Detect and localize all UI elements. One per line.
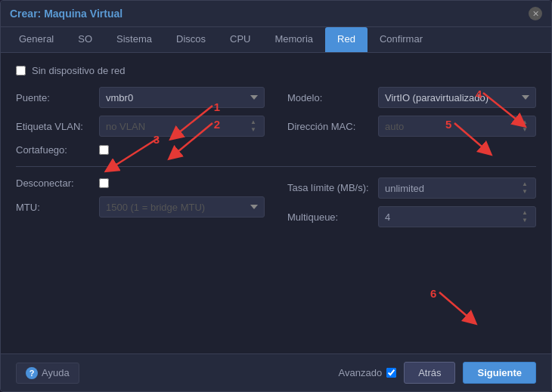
dialog-title: Crear: Maquina Virtual xyxy=(10,8,122,20)
tab-discos[interactable]: Discos xyxy=(164,27,218,52)
no-device-checkbox[interactable] xyxy=(16,66,26,76)
vlan-down-arrow[interactable]: ▼ xyxy=(249,126,258,134)
firewall-checkbox[interactable] xyxy=(99,145,109,155)
tab-so[interactable]: SO xyxy=(66,27,104,52)
form-grid: Puente: vmbr0 vmbr1 vmbr2 Etiqueta VLAN:… xyxy=(16,87,536,156)
tab-red[interactable]: Red xyxy=(325,27,367,52)
mtu-label: MTU: xyxy=(16,202,99,213)
model-row: Modelo: VirtIO (paravirtualizado) Intel … xyxy=(287,87,536,108)
disconnect-row: Desconectar: xyxy=(16,177,265,189)
footer-left: ? Ayuda xyxy=(16,363,79,384)
rate-input[interactable]: unlimited ▲ ▼ xyxy=(378,177,536,199)
rate-label: Tasa límite (MB/s): xyxy=(287,182,378,195)
firewall-label: Cortafuego: xyxy=(16,144,99,156)
vlan-up-arrow[interactable]: ▲ xyxy=(249,119,258,126)
form-grid-2: Desconectar: MTU: 1500 (1 = bridge MTU) xyxy=(16,177,536,227)
tab-general[interactable]: General xyxy=(7,27,66,52)
model-select[interactable]: VirtIO (paravirtualizado) Intel E1000 Re… xyxy=(378,87,536,108)
back-button[interactable]: Atrás xyxy=(404,362,455,384)
mac-value: auto xyxy=(385,121,404,132)
help-label: Ayuda xyxy=(42,367,70,378)
tabs-bar: General SO Sistema Discos CPU Memoria Re… xyxy=(1,27,551,53)
rate-down-arrow[interactable]: ▼ xyxy=(520,188,529,196)
multiqueue-down-arrow[interactable]: ▼ xyxy=(520,217,529,224)
advanced-label: Avanzado xyxy=(339,367,383,378)
rate-value: unlimited xyxy=(385,183,424,194)
footer-right: Avanzado Atrás Siguiente xyxy=(339,362,536,384)
disconnect-checkbox[interactable] xyxy=(99,178,109,188)
mtu-row: MTU: 1500 (1 = bridge MTU) xyxy=(16,196,265,218)
multiqueue-up-arrow[interactable]: ▲ xyxy=(520,209,529,217)
mac-label: Dirección MAC: xyxy=(287,121,378,132)
tab-confirmar[interactable]: Confirmar xyxy=(367,27,435,52)
no-device-row: Sin dispositivo de red xyxy=(16,65,536,76)
mtu-select[interactable]: 1500 (1 = bridge MTU) xyxy=(99,196,265,218)
model-label: Modelo: xyxy=(287,92,378,103)
dialog: Crear: Maquina Virtual ✕ General SO Sist… xyxy=(0,0,552,392)
disconnect-label: Desconectar: xyxy=(16,177,99,189)
firewall-checkbox-wrapper xyxy=(99,145,109,155)
advanced-wrapper: Avanzado xyxy=(339,367,397,378)
vlan-value: no VLAN xyxy=(106,121,145,132)
help-button[interactable]: ? Ayuda xyxy=(16,363,79,384)
mac-up-arrow[interactable]: ▲ xyxy=(520,119,529,126)
help-icon: ? xyxy=(26,367,38,379)
footer: ? Ayuda Avanzado Atrás Siguiente xyxy=(1,353,551,391)
rate-up-arrow[interactable]: ▲ xyxy=(520,181,529,188)
bridge-select[interactable]: vmbr0 vmbr1 vmbr2 xyxy=(99,87,265,108)
tab-cpu[interactable]: CPU xyxy=(218,27,262,52)
mac-row: Dirección MAC: auto ▲ ▼ xyxy=(287,116,536,137)
right-section: Modelo: VirtIO (paravirtualizado) Intel … xyxy=(287,87,536,156)
form-content: Sin dispositivo de red Puente: vmbr0 vmb… xyxy=(1,53,551,353)
close-icon: ✕ xyxy=(532,9,539,19)
advanced-checkbox[interactable] xyxy=(386,368,396,378)
mac-down-arrow[interactable]: ▼ xyxy=(520,126,529,134)
mac-input[interactable]: auto ▲ ▼ xyxy=(378,116,536,137)
vlan-row: Etiqueta VLAN: no VLAN ▲ ▼ xyxy=(16,116,265,137)
firewall-row: Cortafuego: xyxy=(16,144,265,156)
rate-spinner[interactable]: ▲ ▼ xyxy=(520,181,529,196)
annotation-6: 6 xyxy=(430,287,436,300)
arrow-6-svg xyxy=(430,289,491,330)
multiqueue-row: Multiqueue: 4 ▲ ▼ xyxy=(287,206,536,227)
title-bar: Crear: Maquina Virtual ✕ xyxy=(1,1,551,27)
next-button[interactable]: Siguiente xyxy=(463,362,536,384)
right-section-2: Tasa límite (MB/s): unlimited ▲ ▼ Multiq… xyxy=(287,177,536,227)
mac-spinner[interactable]: ▲ ▼ xyxy=(520,119,529,134)
multiqueue-spinner[interactable]: ▲ ▼ xyxy=(520,209,529,224)
no-device-label: Sin dispositivo de red xyxy=(32,65,126,76)
bridge-label: Puente: xyxy=(16,92,99,103)
multiqueue-input[interactable]: 4 ▲ ▼ xyxy=(378,206,536,227)
left-section-2: Desconectar: MTU: 1500 (1 = bridge MTU) xyxy=(16,177,265,227)
rate-row: Tasa límite (MB/s): unlimited ▲ ▼ xyxy=(287,177,536,199)
multiqueue-value: 4 xyxy=(385,211,390,223)
vlan-input[interactable]: no VLAN ▲ ▼ xyxy=(99,116,265,137)
tab-sistema[interactable]: Sistema xyxy=(104,27,164,52)
divider-1 xyxy=(16,166,536,167)
vlan-label: Etiqueta VLAN: xyxy=(16,121,99,132)
tab-memoria[interactable]: Memoria xyxy=(262,27,325,52)
vlan-spinner[interactable]: ▲ ▼ xyxy=(249,119,258,134)
disconnect-checkbox-wrapper xyxy=(99,178,109,188)
bridge-row: Puente: vmbr0 vmbr1 vmbr2 xyxy=(16,87,265,108)
left-section: Puente: vmbr0 vmbr1 vmbr2 Etiqueta VLAN:… xyxy=(16,87,265,156)
multiqueue-label: Multiqueue: xyxy=(287,211,378,223)
close-button[interactable]: ✕ xyxy=(529,7,542,20)
